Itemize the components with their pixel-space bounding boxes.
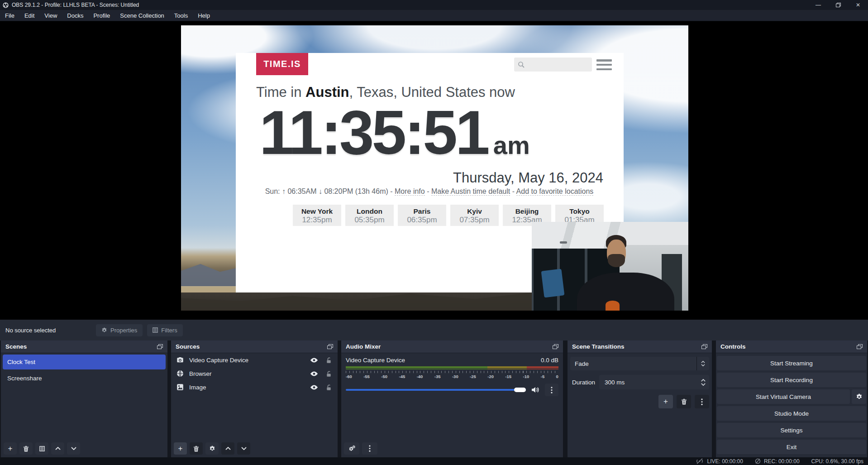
remove-scene-button[interactable] [19, 442, 33, 455]
timeis-logo: TIME.IS [256, 53, 308, 75]
sources-panel: Sources Video Capture Device Browser [171, 340, 338, 457]
meter-scale-labels: -60-55-50-45-40-35-30-25-20-15-10-50 [346, 374, 558, 379]
move-source-down-button[interactable] [237, 442, 250, 455]
eye-icon[interactable] [310, 384, 318, 390]
chevron-down-icon [701, 364, 705, 366]
remove-source-button[interactable] [190, 442, 203, 455]
transitions-header[interactable]: Scene Transitions [568, 340, 712, 353]
source-properties-button[interactable] [205, 442, 219, 455]
transition-properties-button[interactable] [695, 395, 709, 408]
trash-icon [23, 446, 29, 452]
gear-icon [209, 446, 215, 452]
popout-icon [701, 344, 707, 349]
filters-button[interactable]: Filters [147, 324, 182, 336]
start-recording-button[interactable]: Start Recording [717, 373, 866, 387]
webcam-overlay [532, 222, 688, 311]
menu-profile[interactable]: Profile [88, 10, 115, 21]
hamburger-menu-icon [596, 59, 612, 70]
menu-bar: File Edit View Docks Profile Scene Colle… [0, 10, 868, 21]
image-icon [176, 384, 184, 391]
advanced-audio-button[interactable] [344, 442, 359, 455]
menu-help[interactable]: Help [193, 10, 215, 21]
popout-icon [553, 344, 558, 349]
scene-item-screenshare[interactable]: Screenshare [1, 371, 167, 386]
make-default-link: Make Austin time default [431, 187, 510, 196]
start-virtual-camera-button[interactable]: Start Virtual Camera [717, 389, 850, 404]
add-source-button[interactable]: + [174, 442, 187, 455]
scene-item-clock-test[interactable]: Clock Test [3, 355, 166, 369]
popout-icon [157, 344, 163, 349]
sources-header[interactable]: Sources [171, 340, 338, 353]
properties-button[interactable]: Properties [96, 324, 143, 336]
meter-tick-ruler [346, 371, 558, 373]
controls-header[interactable]: Controls [716, 340, 867, 353]
live-inactive-icon [696, 458, 704, 464]
popout-icon [857, 344, 863, 349]
search-icon [518, 61, 525, 68]
audio-mixer-header[interactable]: Audio Mixer [341, 340, 563, 353]
obs-logo-icon [3, 2, 9, 8]
city-paris: Paris06:35pm [398, 205, 446, 226]
chevron-up-icon [701, 361, 705, 363]
camera-icon [176, 356, 184, 364]
mixer-options-button[interactable] [545, 384, 558, 396]
start-streaming-button[interactable]: Start Streaming [717, 356, 866, 370]
menu-view[interactable]: View [39, 10, 62, 21]
globe-icon [176, 370, 184, 377]
kebab-icon [551, 387, 553, 393]
chevron-down-icon [241, 447, 247, 450]
add-scene-button[interactable]: + [4, 442, 17, 455]
source-row-image[interactable]: Image [171, 380, 338, 394]
chevron-up-icon [225, 447, 231, 450]
combo-carets [696, 357, 709, 370]
mixer-menu-button[interactable] [362, 442, 377, 455]
virtual-camera-settings-button[interactable] [852, 389, 866, 404]
scene-filters-button[interactable] [35, 442, 48, 455]
scenes-header[interactable]: Scenes [1, 340, 167, 353]
filters-icon [153, 327, 158, 333]
transition-select[interactable]: Fade [570, 357, 709, 370]
program-preview[interactable]: TIME.IS Time in Austin, Texas, United St… [181, 25, 688, 311]
move-source-up-button[interactable] [221, 442, 234, 455]
source-row-video-capture[interactable]: Video Capture Device [171, 353, 338, 367]
menu-scene-collection[interactable]: Scene Collection [115, 10, 169, 21]
volume-slider-handle[interactable] [514, 388, 526, 392]
duration-input[interactable]: 300 ms [599, 375, 709, 389]
kebab-icon [701, 398, 703, 405]
city-new-york: New York12:35pm [293, 205, 341, 226]
source-row-browser[interactable]: Browser [171, 367, 338, 380]
move-scene-up-button[interactable] [51, 442, 64, 455]
minimize-icon: — [816, 2, 821, 8]
menu-tools[interactable]: Tools [169, 10, 193, 21]
spin-up-icon[interactable] [701, 379, 706, 382]
move-scene-down-button[interactable] [67, 442, 80, 455]
menu-edit[interactable]: Edit [19, 10, 39, 21]
add-transition-button[interactable]: + [658, 395, 673, 408]
preview-canvas[interactable]: TIME.IS Time in Austin, Texas, United St… [0, 21, 868, 320]
lock-open-icon[interactable] [325, 370, 332, 377]
minimize-button[interactable]: — [808, 0, 828, 10]
eye-icon[interactable] [310, 357, 318, 363]
add-favorite-link: Add to favorite locations [516, 187, 594, 196]
menu-file[interactable]: File [0, 10, 19, 21]
title-bar: OBS 29.1.2 - Profile: LLHLS BETA - Scene… [0, 0, 868, 10]
eye-icon[interactable] [310, 371, 318, 377]
maximize-button[interactable] [828, 0, 848, 10]
source-status-text: No source selected [5, 327, 96, 334]
remove-transition-button[interactable] [677, 395, 691, 408]
spin-down-icon[interactable] [701, 383, 706, 386]
studio-mode-button[interactable]: Studio Mode [717, 406, 866, 421]
volume-meter [346, 366, 558, 369]
volume-slider[interactable] [346, 389, 526, 391]
settings-button[interactable]: Settings [717, 423, 866, 437]
dock-area: Scenes Clock Test Screenshare + Sources … [0, 340, 868, 457]
scenes-toolbar: + [4, 442, 80, 455]
double-gear-icon [348, 445, 355, 452]
menu-docks[interactable]: Docks [62, 10, 88, 21]
kebab-icon [369, 445, 371, 452]
lock-open-icon[interactable] [325, 357, 332, 364]
speaker-icon[interactable] [531, 387, 539, 393]
lock-open-icon[interactable] [325, 384, 332, 391]
close-button[interactable]: ✕ [848, 0, 868, 10]
exit-button[interactable]: Exit [717, 440, 866, 454]
